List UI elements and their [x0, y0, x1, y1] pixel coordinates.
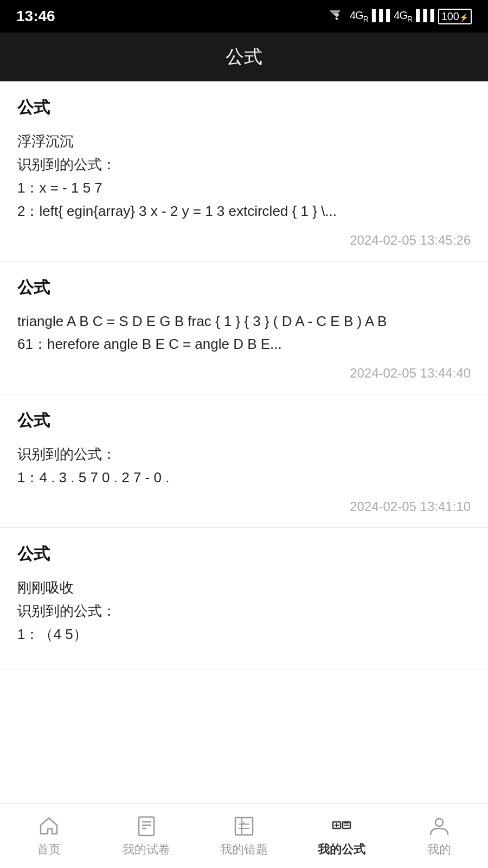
card-line: 刚刚吸收 — [17, 576, 471, 599]
card-line: 2：left{ egin{array} 3 x - 2 y = 1 3 extc… — [17, 200, 471, 223]
signal-4g-1: 4GR▐▐▐ — [350, 9, 389, 23]
formula-card[interactable]: 公式 刚刚吸收 识别到的公式： 1：（4 5） — [0, 528, 488, 669]
status-bar: 13:46 4GR▐▐▐ 4GR▐▐▐ 100⚡ — [0, 0, 488, 33]
nav-label-mine: 我的 — [427, 841, 451, 858]
nav-item-home[interactable]: 首页 — [0, 814, 98, 858]
card-title: 公式 — [17, 97, 471, 119]
card-title: 公式 — [17, 277, 471, 299]
card-line: 1：4 . 3 . 5 7 0 . 2 7 - 0 . — [17, 466, 471, 489]
nav-label-wrong: 我的错题 — [220, 841, 268, 858]
formula-card[interactable]: 公式 浮浮沉沉 识别到的公式： 1：x = - 1 5 7 2：left{ eg… — [0, 81, 488, 261]
card-time: 2024-02-05 13:44:40 — [17, 366, 471, 381]
nav-item-wrong[interactable]: ✕ 我的错题 — [195, 814, 293, 858]
battery-icon: 100⚡ — [438, 9, 472, 24]
card-line: 识别到的公式： — [17, 443, 471, 466]
page-title: 公式 — [226, 46, 262, 67]
card-line: 浮浮沉沉 — [17, 130, 471, 153]
card-time: 2024-02-05 13:41:10 — [17, 499, 471, 514]
card-line: 1：x = - 1 5 7 — [17, 176, 471, 200]
formula-icon — [330, 814, 354, 838]
card-title: 公式 — [17, 410, 471, 432]
formula-card[interactable]: 公式 识别到的公式： 1：4 . 3 . 5 7 0 . 2 7 - 0 . 2… — [0, 394, 488, 528]
card-body: triangle A B C = S D E G B frac { 1 } { … — [17, 310, 471, 356]
card-line: triangle A B C = S D E G B frac { 1 } { … — [17, 310, 471, 333]
title-bar: 公式 — [0, 33, 488, 81]
nav-label-exam: 我的试卷 — [123, 841, 170, 858]
svg-point-15 — [435, 819, 443, 826]
home-icon — [37, 814, 61, 838]
svg-rect-0 — [139, 817, 154, 835]
content-area: 公式 浮浮沉沉 识别到的公式： 1：x = - 1 5 7 2：left{ eg… — [0, 81, 488, 803]
status-time: 13:46 — [16, 8, 55, 25]
mine-icon — [427, 814, 451, 838]
bottom-nav: 首页 我的试卷 ✕ 我的错题 我的公式 — [0, 803, 488, 868]
nav-label-formula: 我的公式 — [318, 841, 365, 858]
exam-icon — [134, 814, 158, 838]
card-line: 61：herefore angle B E C = angle D B E... — [17, 333, 471, 356]
card-line: 1：（4 5） — [17, 623, 471, 646]
wrong-icon: ✕ — [232, 814, 256, 838]
card-time: 2024-02-05 13:45:26 — [17, 233, 471, 248]
card-body: 刚刚吸收 识别到的公式： 1：（4 5） — [17, 576, 471, 646]
nav-item-mine[interactable]: 我的 — [390, 814, 488, 858]
card-line: 识别到的公式： — [17, 153, 471, 176]
card-line: 识别到的公式： — [17, 599, 471, 623]
formula-card[interactable]: 公式 triangle A B C = S D E G B frac { 1 }… — [0, 261, 488, 395]
status-icons: 4GR▐▐▐ 4GR▐▐▐ 100⚡ — [328, 9, 472, 24]
card-body: 识别到的公式： 1：4 . 3 . 5 7 0 . 2 7 - 0 . — [17, 443, 471, 489]
wifi-icon — [328, 10, 345, 22]
nav-item-exam[interactable]: 我的试卷 — [98, 814, 195, 858]
nav-label-home: 首页 — [37, 841, 61, 858]
card-title: 公式 — [17, 543, 471, 565]
signal-4g-2: 4GR▐▐▐ — [394, 9, 433, 23]
card-body: 浮浮沉沉 识别到的公式： 1：x = - 1 5 7 2：left{ egin{… — [17, 130, 471, 223]
svg-text:✕: ✕ — [241, 820, 246, 826]
nav-item-formula[interactable]: 我的公式 — [293, 814, 390, 858]
